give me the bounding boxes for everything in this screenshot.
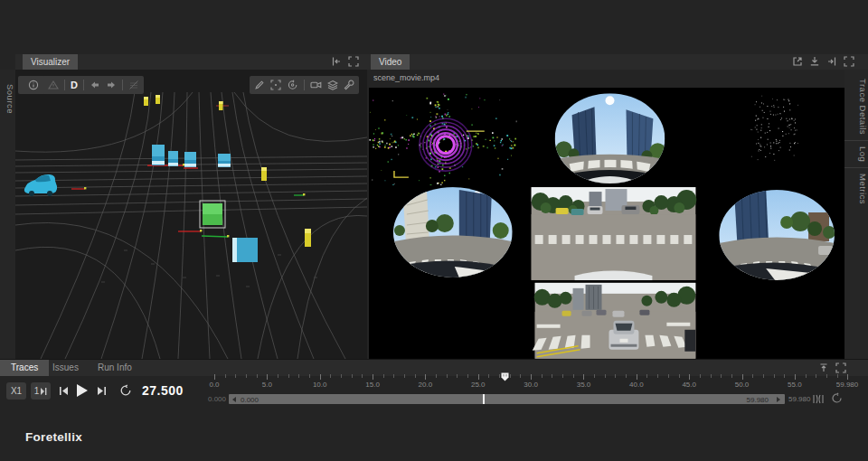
ruler-tick xyxy=(774,374,775,378)
ruler-tick xyxy=(562,374,563,378)
dock-left-icon[interactable] xyxy=(331,56,342,67)
tab-visualizer[interactable]: Visualizer xyxy=(23,54,78,70)
layers-icon[interactable] xyxy=(327,80,338,90)
tab-metrics[interactable]: Metrics xyxy=(844,168,868,210)
ruler-tick xyxy=(235,374,236,378)
ruler-tick-label: 55.0 xyxy=(788,381,802,389)
fullscreen-icon[interactable] xyxy=(348,56,359,67)
camera-icon[interactable] xyxy=(310,80,322,90)
viz-toolbar-left: D xyxy=(43,76,144,94)
ruler-tick xyxy=(711,374,712,378)
pin-top-icon[interactable] xyxy=(818,362,829,373)
ruler-tick-label: 40.0 xyxy=(629,381,644,389)
timeline-scrollbar[interactable]: 0.000 59.980 xyxy=(229,394,785,404)
ruler-tick xyxy=(583,374,584,380)
reset-view-icon[interactable] xyxy=(287,80,298,90)
fullscreen-icon[interactable] xyxy=(844,56,854,67)
visualizer-3d-scene[interactable] xyxy=(15,70,367,359)
video-header-icons xyxy=(792,56,854,67)
ruler-tick-label: 59.980 xyxy=(836,381,858,389)
tab-trace-details[interactable]: Trace Details xyxy=(844,73,868,140)
ruler-tick xyxy=(352,374,353,378)
skip-start-button[interactable] xyxy=(59,386,69,396)
ruler-tick xyxy=(393,374,394,378)
ruler-tick xyxy=(404,374,405,378)
scrub-position-line[interactable] xyxy=(483,394,485,404)
ruler-tick xyxy=(225,374,226,378)
replay-button[interactable] xyxy=(119,384,132,397)
video-filename: scene_movie.mp4 xyxy=(373,73,439,82)
hide-lanes-icon[interactable] xyxy=(128,80,139,90)
ruler-tick-label: 15.0 xyxy=(365,381,380,389)
timeline-ruler[interactable]: 0.05.010.015.020.025.030.035.040.045.050… xyxy=(206,373,866,391)
ruler-tick xyxy=(499,374,500,378)
loop-icon[interactable] xyxy=(831,392,843,404)
front-camera xyxy=(532,187,697,280)
ruler-tick xyxy=(436,374,437,378)
playhead-marker[interactable] xyxy=(501,372,509,381)
download-icon[interactable] xyxy=(809,56,820,67)
scrub-left-arrow-icon[interactable] xyxy=(231,397,237,402)
ruler-tick xyxy=(320,374,321,380)
ruler-tick xyxy=(467,374,468,378)
warning-icon[interactable] xyxy=(48,80,59,90)
viz-toolbar-right xyxy=(250,76,359,94)
scrub-right-arrow-icon[interactable] xyxy=(776,397,781,402)
ruler-tick xyxy=(488,374,489,378)
ruler-tick xyxy=(826,374,827,378)
ruler-tick-label: 5.0 xyxy=(262,381,272,389)
external-link-icon[interactable] xyxy=(792,56,803,67)
ruler-tick xyxy=(309,374,310,378)
frame-step-count: 1 xyxy=(34,386,40,396)
ruler-tick xyxy=(721,374,722,378)
focus-target-icon[interactable] xyxy=(270,80,281,90)
scrub-total-duration: 59.980 xyxy=(788,395,810,403)
ruler-tick xyxy=(552,374,552,378)
ruler-tick xyxy=(847,374,848,380)
tab-issues[interactable]: Issues xyxy=(42,360,90,376)
ruler-tick xyxy=(784,374,785,378)
scrub-left-label: 0.000 xyxy=(203,395,226,403)
scrub-range-start: 0.000 xyxy=(241,396,259,404)
ruler-tick xyxy=(362,374,363,378)
ruler-tick xyxy=(689,374,690,380)
frame-step-button[interactable]: 1 xyxy=(31,382,51,400)
ruler-tick xyxy=(837,374,838,378)
tab-video[interactable]: Video xyxy=(371,54,410,70)
fullscreen-icon[interactable] xyxy=(835,362,846,373)
ruler-tick-label: 0.0 xyxy=(209,381,219,389)
wrench-icon[interactable] xyxy=(344,80,354,90)
fit-range-icon[interactable] xyxy=(813,394,824,404)
ruler-tick xyxy=(742,374,743,380)
ruler-tick xyxy=(278,374,278,378)
tab-source[interactable]: Source xyxy=(0,79,15,119)
arrow-right-icon[interactable] xyxy=(106,80,117,90)
tab-run-info[interactable]: Run Info xyxy=(87,360,143,376)
ruler-tick xyxy=(341,374,342,378)
time-display: 27.500 xyxy=(142,383,184,398)
detections-toggle[interactable]: D xyxy=(71,80,78,90)
ruler-tick xyxy=(615,374,616,378)
ruler-tick xyxy=(457,374,458,378)
measure-icon[interactable] xyxy=(254,80,265,90)
ruler-tick xyxy=(214,374,215,380)
fisheye-left-camera xyxy=(393,187,513,278)
header-strip: Visualizer Video xyxy=(15,54,868,70)
ruler-tick-label: 30.0 xyxy=(524,381,538,389)
speed-button[interactable]: X1 xyxy=(6,382,26,400)
video-viewport[interactable] xyxy=(369,88,844,359)
ruler-tick xyxy=(257,374,258,378)
arrow-left-icon[interactable] xyxy=(90,80,100,90)
left-tab-strip: Source xyxy=(0,70,15,359)
ruler-tick xyxy=(605,374,606,378)
ruler-tick xyxy=(646,374,647,378)
ruler-tick xyxy=(816,374,816,378)
ruler-tick-label: 45.0 xyxy=(682,381,696,389)
dock-right-icon[interactable] xyxy=(826,56,837,67)
play-button[interactable] xyxy=(77,384,88,397)
step-forward-button[interactable] xyxy=(97,386,107,396)
ruler-tick xyxy=(763,374,764,378)
ruler-tick xyxy=(626,374,627,378)
ruler-tick xyxy=(573,374,574,378)
tab-log[interactable]: Log xyxy=(844,141,868,167)
